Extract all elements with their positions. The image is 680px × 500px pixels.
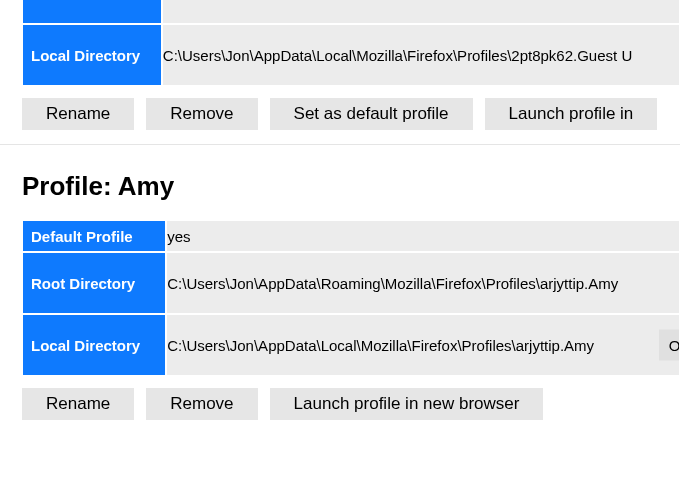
profile-section-amy: Profile: Amy Default Profile yes Root Di…: [0, 153, 680, 434]
rename-button[interactable]: Rename: [22, 98, 134, 130]
profile-actions: Rename Remove Set as default profile Lau…: [0, 86, 680, 145]
open-folder-button[interactable]: Ope: [659, 330, 680, 361]
launch-profile-button[interactable]: Launch profile in new browser: [270, 388, 544, 420]
remove-button[interactable]: Remove: [146, 98, 257, 130]
local-directory-value: C:\Users\Jon\AppData\Local\Mozilla\Firef…: [166, 314, 680, 376]
profile-table: Default Profile yes Root Directory C:\Us…: [22, 220, 680, 376]
root-directory-value: C:\Users\Jon\AppData\Roaming\Mozilla\Fir…: [166, 252, 680, 314]
local-directory-label: Local Directory: [22, 314, 166, 376]
local-directory-value: C:\Users\Jon\AppData\Local\Mozilla\Firef…: [162, 24, 680, 86]
root-directory-value: [162, 0, 680, 24]
root-directory-label: Root Directory: [22, 252, 166, 314]
profile-table: . Local Directory C:\Users\Jon\AppData\L…: [22, 0, 680, 86]
default-profile-label: Default Profile: [22, 220, 166, 252]
set-default-button[interactable]: Set as default profile: [270, 98, 473, 130]
rename-button[interactable]: Rename: [22, 388, 134, 420]
profile-title: Profile: Amy: [0, 153, 680, 220]
profile-actions: Rename Remove Launch profile in new brow…: [0, 376, 680, 434]
local-directory-label: Local Directory: [22, 24, 162, 86]
remove-button[interactable]: Remove: [146, 388, 257, 420]
default-profile-value: yes: [166, 220, 680, 252]
profile-section-guest: . Local Directory C:\Users\Jon\AppData\L…: [0, 0, 680, 145]
root-directory-label: .: [22, 0, 162, 24]
launch-profile-button[interactable]: Launch profile in: [485, 98, 658, 130]
